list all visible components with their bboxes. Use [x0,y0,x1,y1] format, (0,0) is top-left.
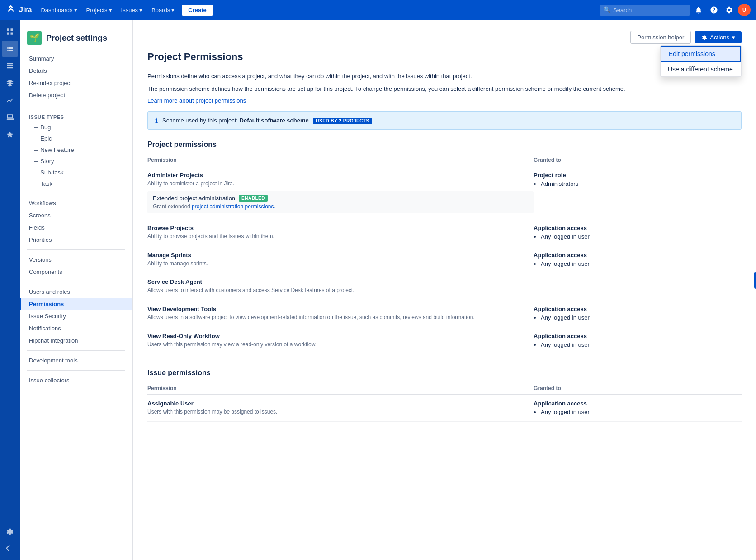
col-granted: Granted to [534,154,742,166]
permission-cell: Manage Sprints Ability to manage sprints… [147,246,534,273]
sidebar-item-users-roles[interactable]: Users and roles [20,286,132,298]
boards-menu[interactable]: Boards ▾ [148,5,178,15]
dashboards-chevron: ▾ [74,7,77,14]
sidebar-item-delete[interactable]: Delete project [20,89,132,101]
sidebar-item-reindex[interactable]: Re-index project [20,77,132,89]
project-permissions-table: Permission Granted to Administer Project… [147,154,742,354]
main-content: Permission helper Actions ▾ Edit permiss… [133,20,756,560]
learn-more-link[interactable]: Learn more about project permissions [147,97,246,104]
sidebar-item-screens[interactable]: Screens [20,209,132,221]
jira-logo[interactable]: Jira [5,5,32,15]
projects-menu[interactable]: Projects ▾ [83,5,116,15]
actions-button[interactable]: Actions ▾ [695,31,742,43]
layers-rail-icon[interactable] [2,75,18,91]
granted-list: Any logged in user [534,314,742,321]
icon-rail [0,20,20,560]
ext-admin-label: Extended project administration [153,195,235,202]
granted-list: Any logged in user [534,260,742,267]
sidebar-item-permissions[interactable]: Permissions [20,298,132,310]
permission-cell: Browse Projects Ability to browse projec… [147,219,534,246]
permission-name: Assignable User [147,400,534,407]
star-rail-icon[interactable] [2,127,18,143]
ext-admin-link[interactable]: project administration permissions. [192,203,275,210]
granted-list: Any logged in user [534,341,742,348]
sidebar-item-details[interactable]: Details [20,65,132,77]
sidebar-item-workflows[interactable]: Workflows [20,197,132,209]
col-permission: Permission [147,382,534,395]
list-item: Administrators [541,180,742,187]
sidebar-item-hipchat[interactable]: Hipchat integration [20,334,132,347]
edit-permissions-item[interactable]: Edit permissions [661,46,741,62]
list-item: Any logged in user [541,233,742,240]
permission-cell: Assignable User Users with this permissi… [147,394,534,421]
issue-permissions-heading: Issue permissions [147,369,742,377]
boards-label: Boards [151,7,170,14]
sidebar-item-issue-collectors[interactable]: Issue collectors [20,374,132,386]
sidebar-item-new-feature[interactable]: – New Feature [20,144,132,155]
description-1: Permissions define who can access a proj… [147,72,742,81]
grid-rail-icon[interactable] [2,24,18,40]
sidebar-item-subtask[interactable]: – Sub-task [20,167,132,178]
granted-list: Any logged in user [534,233,742,240]
granted-title: Project role [534,172,742,179]
search-input[interactable] [600,5,690,16]
granted-cell: Application access Any logged in user [534,394,742,421]
dashboards-menu[interactable]: Dashboards ▾ [37,5,80,15]
sidebar-item-story[interactable]: – Story [20,155,132,167]
permission-name: Browse Projects [147,225,534,231]
sidebar-project-header: 🌱 Project settings [20,27,132,52]
monitor-rail-icon[interactable] [2,109,18,126]
chart-rail-icon[interactable] [2,92,18,108]
granted-cell: Application access Any logged in user [534,300,742,327]
sidebar-item-issue-security[interactable]: Issue Security [20,310,132,322]
permission-name: Administer Projects [147,172,534,179]
story-icon: – [34,158,38,165]
user-avatar[interactable]: U [738,4,751,16]
section-title: Project Permissions [147,51,742,63]
actions-chevron: ▾ [732,34,735,41]
permission-cell: Service Desk Agent Allows users to inter… [147,273,534,300]
list-rail-icon[interactable] [2,41,18,57]
issues-label: Issues [121,7,138,14]
notifications-icon[interactable] [692,3,705,17]
sidebar-item-fields[interactable]: Fields [20,221,132,234]
granted-list: Administrators [534,180,742,187]
sidebar-item-epic[interactable]: – Epic [20,133,132,144]
used-badge: USED BY 2 PROJECTS [313,118,372,124]
permission-desc: Users with this permission may be assign… [147,408,534,416]
logo-text: Jira [19,6,32,14]
description-2: The permission scheme defines how the pe… [147,85,742,94]
help-icon[interactable] [707,3,721,17]
sidebar-item-priorities[interactable]: Priorities [20,234,132,246]
sidebar-item-bug[interactable]: – Bug [20,122,132,133]
table-row: View Read-Only Workflow Users with this … [147,327,742,354]
sidebar-divider-5 [27,350,125,351]
sidebar-item-notifications[interactable]: Notifications [20,322,132,334]
sidebar-item-components[interactable]: Components [20,266,132,278]
sidebar-divider-3 [27,249,125,250]
settings-rail-icon[interactable] [2,523,18,539]
permission-cell: View Development Tools Allows users in a… [147,300,534,327]
granted-title: Application access [534,400,742,407]
permission-helper-button[interactable]: Permission helper [630,31,691,44]
sidebar-item-dev-tools[interactable]: Development tools [20,354,132,367]
use-different-scheme-item[interactable]: Use a different scheme [661,62,741,76]
granted-title: Application access [534,225,742,231]
table-rail-icon[interactable] [2,58,18,74]
col-permission: Permission [147,154,534,166]
bug-icon: – [34,124,38,131]
table-row: Administer Projects Ability to administe… [147,166,742,219]
sidebar-item-task[interactable]: – Task [20,178,132,189]
create-button[interactable]: Create [182,5,213,16]
gear-icon [701,34,707,41]
feedback-button[interactable]: ▶ [755,272,756,288]
issues-menu[interactable]: Issues ▾ [118,5,146,15]
sidebar-item-versions[interactable]: Versions [20,254,132,266]
collapse-rail-icon[interactable] [2,540,18,556]
list-item: Any logged in user [541,314,742,321]
permission-desc: Allows users to interact with customers … [147,287,534,294]
scheme-name: Default software scheme [240,117,309,124]
task-icon: – [34,180,38,187]
settings-icon[interactable] [723,3,736,17]
sidebar-item-summary[interactable]: Summary [20,52,132,65]
